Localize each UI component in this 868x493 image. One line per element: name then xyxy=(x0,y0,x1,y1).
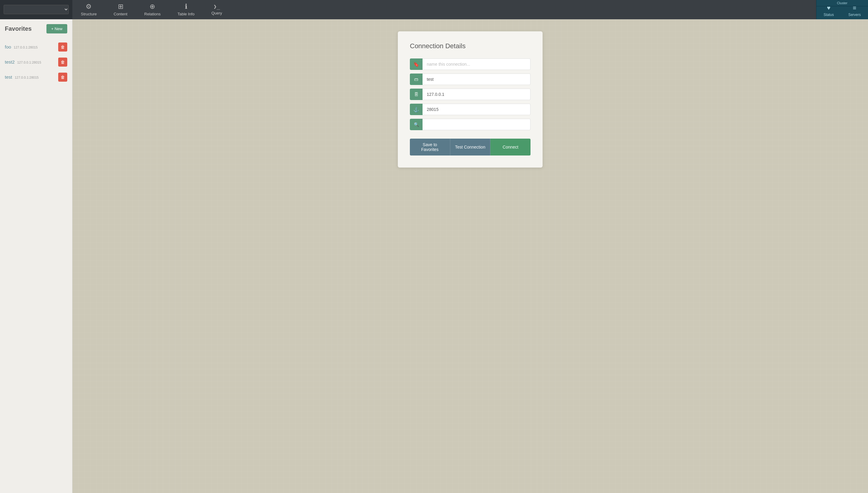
connection-details-card: Connection Details 🔖 🗃 🗄 xyxy=(398,31,542,168)
database-icon: 🗃 xyxy=(414,77,418,82)
connect-button[interactable]: Connect xyxy=(490,138,531,155)
table-info-icon: ℹ xyxy=(185,3,187,10)
favorite-info-test: test 127.0.0.1:28015 xyxy=(5,74,39,80)
delete-favorite-button[interactable]: 🗑 xyxy=(58,58,67,67)
structure-icon: ⚙ xyxy=(86,3,92,10)
favorite-info-test2: test2 127.0.0.1:28015 xyxy=(5,59,41,65)
port-input[interactable] xyxy=(422,104,531,115)
favorite-info-foo: foo 127.0.0.1:28015 xyxy=(5,44,38,50)
nav-items: ⚙ Structure ⊞ Content ⊕ Relations ℹ Tabl… xyxy=(73,0,816,19)
sidebar-title: Favorites xyxy=(5,25,32,32)
database-input[interactable] xyxy=(422,73,531,85)
sidebar-header: Favorites + New xyxy=(0,24,72,38)
new-favorite-button[interactable]: + New xyxy=(46,24,67,34)
list-item[interactable]: test2 127.0.0.1:28015 🗑 xyxy=(0,55,72,70)
auth-input[interactable] xyxy=(422,119,531,130)
favorite-name: test2 xyxy=(5,59,15,64)
connection-name-input[interactable] xyxy=(422,59,531,70)
relations-icon: ⊕ xyxy=(150,3,155,10)
favorite-address: 127.0.0.1:28015 xyxy=(14,45,38,49)
nav-item-query[interactable]: ❯_ Query xyxy=(203,0,230,19)
status-label: Status xyxy=(824,13,834,17)
main-layout: Favorites + New foo 127.0.0.1:28015 🗑 te… xyxy=(0,19,868,493)
content-icon: ⊞ xyxy=(118,3,123,10)
favorites-list: foo 127.0.0.1:28015 🗑 test2 127.0.0.1:28… xyxy=(0,38,72,488)
host-input[interactable] xyxy=(422,89,531,100)
host-icon: 🗄 xyxy=(414,92,418,97)
sidebar: Favorites + New foo 127.0.0.1:28015 🗑 te… xyxy=(0,19,73,493)
host-icon-box: 🗄 xyxy=(410,89,422,100)
port-icon-box: ⚓ xyxy=(410,104,422,115)
db-field-row: 🗃 xyxy=(410,73,531,85)
top-nav: ⚙ Structure ⊞ Content ⊕ Relations ℹ Tabl… xyxy=(0,0,868,19)
favorite-address: 127.0.0.1:28015 xyxy=(17,61,41,64)
structure-label: Structure xyxy=(81,12,97,16)
content-label: Content xyxy=(114,12,128,16)
favorite-name: foo xyxy=(5,44,11,49)
favorite-address: 127.0.0.1:28015 xyxy=(15,76,39,79)
name-field-row: 🔖 xyxy=(410,59,531,70)
query-icon: ❯_ xyxy=(213,3,220,9)
list-item[interactable]: foo 127.0.0.1:28015 🗑 xyxy=(0,40,72,55)
bookmark-icon: 🔖 xyxy=(413,62,419,67)
database-select[interactable] xyxy=(4,5,69,14)
nav-item-content[interactable]: ⊞ Content xyxy=(105,0,136,19)
cluster-section: Cluster ♥ Status ≡ Servers xyxy=(816,0,868,19)
anchor-icon: ⚓ xyxy=(413,107,419,112)
host-field-row: 🗄 xyxy=(410,89,531,100)
delete-favorite-button[interactable]: 🗑 xyxy=(58,42,67,51)
form-actions: Save to Favorites Test Connection Connec… xyxy=(410,138,531,155)
save-to-favorites-button[interactable]: Save to Favorites xyxy=(410,138,450,155)
delete-favorite-button[interactable]: 🗑 xyxy=(58,72,67,82)
db-icon-box: 🗃 xyxy=(410,73,422,85)
query-label: Query xyxy=(211,11,222,15)
port-field-row: ⚓ xyxy=(410,104,531,115)
auth-icon-box: 🔍 xyxy=(410,119,422,130)
connection-title: Connection Details xyxy=(410,42,531,50)
nav-item-structure[interactable]: ⚙ Structure xyxy=(73,0,105,19)
auth-icon: 🔍 xyxy=(414,122,419,127)
auth-field-row: 🔍 xyxy=(410,119,531,130)
db-selector-container xyxy=(0,0,73,19)
list-item[interactable]: test 127.0.0.1:28015 🗑 xyxy=(0,70,72,85)
cluster-label: Cluster xyxy=(817,0,868,6)
main-content: Connection Details 🔖 🗃 🗄 xyxy=(73,19,868,493)
favorite-name: test xyxy=(5,74,12,80)
nav-item-relations[interactable]: ⊕ Relations xyxy=(136,0,169,19)
test-connection-button[interactable]: Test Connection xyxy=(450,138,491,155)
relations-label: Relations xyxy=(144,12,161,16)
servers-label: Servers xyxy=(848,13,861,17)
table-info-label: Table Info xyxy=(178,12,194,16)
name-icon-box: 🔖 xyxy=(410,59,422,70)
nav-item-table-info[interactable]: ℹ Table Info xyxy=(169,0,203,19)
